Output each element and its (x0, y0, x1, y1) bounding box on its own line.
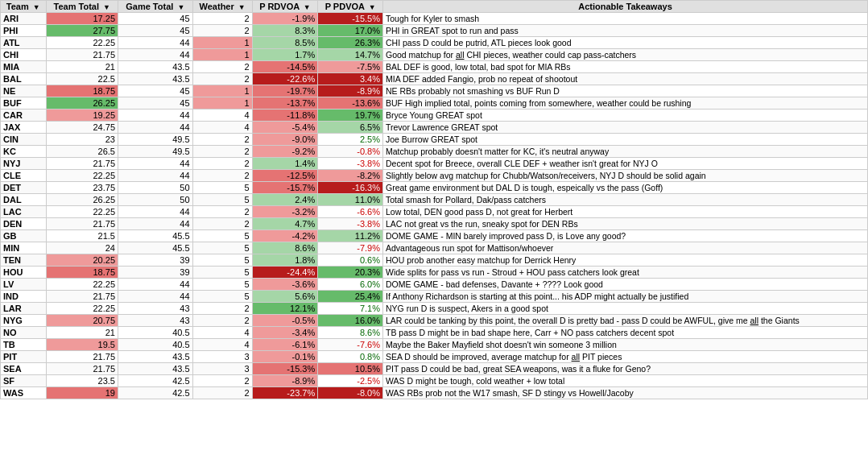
cell-takeaway: SEA D should be improved, average matchu… (383, 351, 868, 363)
cell-weather: 2 (192, 158, 252, 170)
cell-game-total: 40.5 (118, 339, 193, 351)
cell-game-total: 45 (118, 97, 193, 110)
table-row: LV22.25445-3.6%6.0%DOME GAME - bad defen… (1, 279, 868, 291)
cell-team: ATL (1, 37, 47, 49)
cell-weather: 2 (192, 170, 252, 182)
cell-team: NYJ (1, 158, 47, 170)
col-header-team-total[interactable]: Team Total ▼ (46, 1, 118, 13)
cell-ppdvoa: -3.8% (318, 158, 383, 170)
cell-takeaway: BAL DEF is good, low total, bad spot for… (383, 61, 868, 73)
cell-team: DET (1, 182, 47, 194)
cell-prdvoa: 12.1% (252, 303, 317, 315)
cell-takeaway: Trevor Lawrence GREAT spot (383, 122, 868, 134)
cell-prdvoa: -12.5% (252, 170, 317, 182)
cell-takeaway: WAS D might be tough, cold weather + low… (383, 375, 868, 387)
cell-team-total: 21 (46, 61, 118, 73)
table-row: JAX24.75444-5.4%6.5%Trevor Lawrence GREA… (1, 122, 868, 134)
cell-prdvoa: -19.7% (252, 85, 317, 97)
col-header-game-total[interactable]: Game Total ▼ (118, 1, 193, 13)
cell-game-total: 43.5 (118, 363, 193, 375)
table-row: SF23.542.52-8.9%-2.5%WAS D might be toug… (1, 375, 868, 387)
cell-weather: 2 (192, 61, 252, 73)
cell-ppdvoa: 11.0% (318, 194, 383, 206)
cell-ppdvoa: -8.9% (318, 85, 383, 97)
cell-ppdvoa: 20.3% (318, 267, 383, 279)
cell-takeaway: LAR could be tanking by this point, the … (383, 315, 868, 327)
cell-game-total: 44 (118, 110, 193, 122)
cell-ppdvoa: 11.2% (318, 230, 383, 242)
col-header-ppdvoa[interactable]: P PDVOA ▼ (318, 1, 383, 13)
cell-team-total: 26.25 (46, 194, 118, 206)
cell-game-total: 42.5 (118, 375, 193, 387)
cell-takeaway: NYG run D is suspect, Akers in a good sp… (383, 303, 868, 315)
table-row: ARI17.25452-1.9%-15.5%Tough for Kyler to… (1, 13, 868, 25)
cell-prdvoa: -3.6% (252, 279, 317, 291)
cell-ppdvoa: 6.0% (318, 279, 383, 291)
cell-weather: 4 (192, 327, 252, 339)
table-row: ATL22.254418.5%26.3%CHI pass D could be … (1, 37, 868, 49)
cell-team: JAX (1, 122, 47, 134)
col-header-team[interactable]: Team ▼ (1, 1, 47, 13)
table-row: NYJ21.754421.4%-3.8%Decent spot for Bree… (1, 158, 868, 170)
cell-weather: 5 (192, 242, 252, 254)
table-row: GB21.545.55-4.2%11.2%DOME GAME - MIN bar… (1, 230, 868, 242)
table-row: KC26.549.52-9.2%-0.8%Matchup probably do… (1, 146, 868, 158)
cell-weather: 1 (192, 49, 252, 61)
cell-takeaway: DOME GAME - bad defenses, Davante + ????… (383, 279, 868, 291)
table-row: LAR22.2543212.1%7.1%NYG run D is suspect… (1, 303, 868, 315)
cell-game-total: 43.5 (118, 73, 193, 85)
table-row: CAR19.25444-11.8%19.7%Bryce Young GREAT … (1, 110, 868, 122)
cell-weather: 3 (192, 363, 252, 375)
cell-weather: 2 (192, 315, 252, 327)
cell-game-total: 44 (118, 37, 193, 49)
table-row: NE18.75451-19.7%-8.9%NE RBs probably not… (1, 85, 868, 97)
cell-prdvoa: -11.8% (252, 110, 317, 122)
cell-game-total: 45.5 (118, 242, 193, 254)
cell-team-total: 23.5 (46, 375, 118, 387)
cell-team: LAR (1, 303, 47, 315)
cell-prdvoa: -6.1% (252, 339, 317, 351)
cell-game-total: 44 (118, 279, 193, 291)
cell-team: WAS (1, 387, 47, 399)
cell-team: NE (1, 85, 47, 97)
cell-prdvoa: -3.4% (252, 327, 317, 339)
cell-team-total: 21.75 (46, 363, 118, 375)
cell-team-total: 21 (46, 327, 118, 339)
cell-prdvoa: 5.6% (252, 291, 317, 303)
cell-team: TB (1, 339, 47, 351)
table-row: CIN2349.52-9.0%2.5%Joe Burrow GREAT spot (1, 134, 868, 146)
table-row: CLE22.25442-12.5%-8.2%Slightly below avg… (1, 170, 868, 182)
cell-takeaway: Slightly below avg matchup for Chubb/Wat… (383, 170, 868, 182)
cell-team: NO (1, 327, 47, 339)
cell-takeaway: CHI pass D could be putrid, ATL pieces l… (383, 37, 868, 49)
cell-team-total: 18.75 (46, 267, 118, 279)
cell-weather: 2 (192, 73, 252, 85)
cell-prdvoa: 8.5% (252, 37, 317, 49)
cell-team-total: 20.75 (46, 315, 118, 327)
cell-prdvoa: 1.7% (252, 49, 317, 61)
cell-game-total: 49.5 (118, 146, 193, 158)
cell-weather: 2 (192, 146, 252, 158)
cell-weather: 1 (192, 37, 252, 49)
cell-team-total: 21.5 (46, 230, 118, 242)
cell-ppdvoa: 8.6% (318, 327, 383, 339)
cell-team: IND (1, 291, 47, 303)
col-header-prdvoa[interactable]: P RDVOA ▼ (252, 1, 317, 13)
col-header-weather[interactable]: Weather ▼ (192, 1, 252, 13)
cell-takeaway: WAS RBs prob not the W17 smash, SF D sti… (383, 387, 868, 399)
cell-team-total: 24 (46, 242, 118, 254)
cell-weather: 5 (192, 182, 252, 194)
cell-weather: 2 (192, 387, 252, 399)
cell-team: PHI (1, 25, 47, 37)
cell-team-total: 19.25 (46, 110, 118, 122)
cell-ppdvoa: 2.5% (318, 134, 383, 146)
cell-weather: 5 (192, 194, 252, 206)
table-row: TEN20.253951.8%0.6%HOU prob another easy… (1, 254, 868, 267)
cell-ppdvoa: -8.0% (318, 387, 383, 399)
cell-takeaway: PIT pass D could be bad, great SEA weapo… (383, 363, 868, 375)
cell-game-total: 39 (118, 254, 193, 267)
cell-ppdvoa: -0.8% (318, 146, 383, 158)
cell-game-total: 42.5 (118, 387, 193, 399)
cell-weather: 1 (192, 97, 252, 110)
cell-team: LAC (1, 206, 47, 218)
